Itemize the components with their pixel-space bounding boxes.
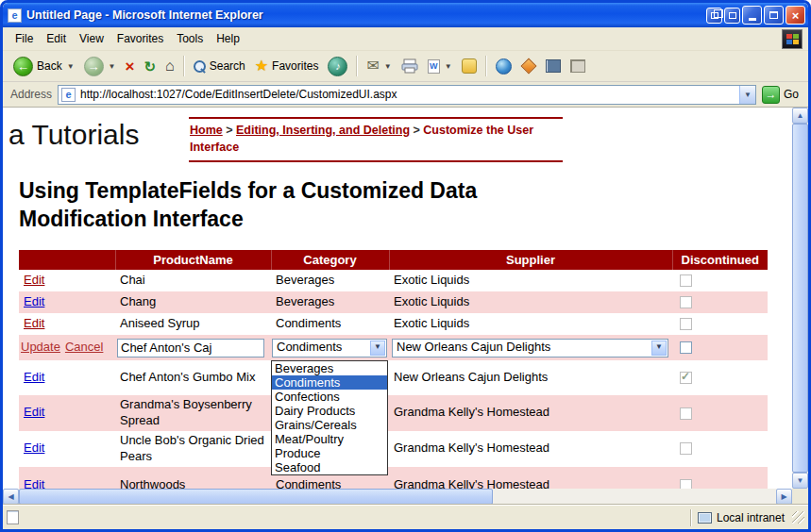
category-option[interactable]: Meat/Poultry [272, 432, 387, 446]
chevron-down-icon[interactable]: ▼ [370, 341, 385, 356]
category-option[interactable]: Produce [272, 446, 387, 460]
table-row: Edit Chang Beverages Exotic Liquids [19, 291, 768, 313]
titlebar-extra-button-2[interactable] [724, 8, 740, 24]
print-button[interactable] [397, 57, 423, 75]
scroll-up-button[interactable]: ▲ [792, 108, 808, 124]
go-label: Go [784, 88, 799, 101]
header-category: Category [271, 250, 389, 270]
minimize-button[interactable] [742, 6, 762, 25]
discontinued-checkbox [680, 479, 692, 489]
minimize-icon [749, 18, 756, 21]
edit-link[interactable]: Edit [24, 370, 44, 384]
category-option[interactable]: Seafood [272, 460, 387, 474]
update-link[interactable]: Update [21, 340, 60, 354]
refresh-button[interactable]: ↻ [139, 58, 161, 75]
back-button[interactable]: ← Back ▼ [8, 55, 79, 78]
table-row: Edit Aniseed Syrup Condiments Exotic Liq… [19, 313, 768, 335]
table-row: Edit Grandma's Boysenberry Spread Grandm… [19, 395, 768, 431]
vertical-scrollbar[interactable]: ▲ ▼ [792, 108, 808, 489]
edit-link[interactable]: Edit [24, 294, 44, 308]
breadcrumb: Home > Editing, Inserting, and Deleting … [189, 117, 563, 162]
category-option[interactable]: Beverages [272, 361, 387, 375]
titlebar[interactable]: e Untitled Page - Microsoft Internet Exp… [3, 3, 808, 27]
product-name-input[interactable] [117, 339, 264, 357]
addon-button-3[interactable] [541, 58, 566, 75]
titlebar-extra-button-1[interactable] [706, 8, 722, 24]
supplier-cell: Grandma Kelly's Homestead [389, 467, 672, 489]
table-row: Edit Uncle Bob's Organic Dried Pears Gra… [19, 431, 768, 467]
menu-favorites[interactable]: Favorites [110, 29, 170, 48]
menu-view[interactable]: View [73, 29, 110, 48]
chevron-down-icon[interactable]: ▼ [651, 341, 667, 356]
address-dropdown-button[interactable]: ▼ [739, 86, 755, 104]
discuss-icon [462, 58, 477, 74]
discontinued-checkbox-editable[interactable] [680, 341, 692, 354]
mail-dropdown-icon: ▼ [384, 62, 392, 71]
breadcrumb-home-link[interactable]: Home [190, 124, 223, 137]
scroll-right-button[interactable]: ▶ [776, 489, 792, 505]
resize-grip[interactable] [792, 511, 804, 524]
supplier-select[interactable]: New Orleans Cajun Delights ▼ [392, 339, 668, 357]
building-icon [546, 59, 561, 73]
stop-button[interactable]: × [121, 57, 140, 76]
discuss-button[interactable] [457, 57, 482, 75]
addon-button-4[interactable] [566, 58, 590, 75]
forward-button[interactable]: → ▼ [79, 55, 121, 78]
scroll-left-button[interactable]: ◀ [3, 489, 19, 505]
favorites-star-icon: ★ [255, 58, 268, 74]
category-cell: Beverages [271, 291, 389, 313]
home-icon: ⌂ [165, 58, 175, 74]
maximize-button[interactable] [764, 6, 784, 25]
address-url[interactable]: http://localhost:1027/Code/EditInsertDel… [80, 88, 739, 101]
addon-button-1[interactable] [491, 57, 516, 76]
edit-with-word-button[interactable]: W ▼ [423, 58, 457, 75]
media-button[interactable]: ♪ [323, 55, 352, 78]
menu-file[interactable]: File [8, 29, 40, 48]
edit-link[interactable]: Edit [24, 441, 44, 455]
scroll-down-button[interactable]: ▼ [792, 473, 808, 489]
product-cell: Aniseed Syrup [115, 313, 271, 335]
back-label: Back [37, 59, 62, 73]
supplier-cell: Exotic Liquids [389, 270, 672, 291]
breadcrumb-section-link[interactable]: Editing, Inserting, and Deleting [236, 124, 410, 137]
product-cell: Grandma's Boysenberry Spread [115, 395, 271, 431]
document-icon [7, 510, 19, 524]
horizontal-scrollbar-thumb[interactable] [19, 489, 493, 505]
discontinued-checkbox [680, 274, 692, 287]
address-field[interactable]: e http://localhost:1027/Code/EditInsertD… [58, 85, 756, 105]
menu-tools[interactable]: Tools [170, 29, 210, 48]
back-dropdown-icon: ▼ [67, 62, 75, 71]
edit-link[interactable]: Edit [24, 273, 44, 287]
forward-icon: → [84, 57, 104, 76]
edit-link[interactable]: Edit [24, 316, 44, 330]
close-button[interactable]: × [786, 6, 805, 25]
table-row: Edit Chef Anton's Gumbo Mix New Orleans … [19, 360, 768, 395]
browser-window: e Untitled Page - Microsoft Internet Exp… [0, 0, 811, 532]
category-option[interactable]: Confections [272, 390, 387, 404]
refresh-icon: ↻ [144, 59, 156, 74]
edit-link[interactable]: Edit [24, 405, 44, 419]
vertical-scrollbar-thumb[interactable] [792, 124, 808, 473]
cancel-link[interactable]: Cancel [65, 340, 103, 354]
toolbar-separator [485, 56, 487, 76]
home-button[interactable]: ⌂ [161, 57, 179, 75]
menu-edit[interactable]: Edit [40, 29, 73, 48]
edit-link[interactable]: Edit [24, 477, 44, 489]
category-selected-value: Condiments [277, 340, 342, 356]
status-divider [690, 509, 692, 526]
category-option-selected[interactable]: Condiments [272, 375, 387, 390]
go-button[interactable]: → Go [756, 86, 804, 104]
addon-button-2[interactable] [516, 57, 541, 75]
discontinued-checkbox [680, 407, 692, 420]
product-cell: Chef Anton's Gumbo Mix [115, 360, 271, 395]
favorites-button[interactable]: ★ Favorites [250, 57, 324, 75]
mail-button[interactable]: ✉ ▼ [362, 57, 396, 75]
category-option[interactable]: Grains/Cereals [272, 418, 387, 432]
scrollbar-corner [792, 489, 808, 505]
category-option[interactable]: Dairy Products [272, 404, 387, 418]
horizontal-scrollbar[interactable]: ◀ ▶ [3, 489, 792, 505]
search-button[interactable]: Search [189, 58, 250, 75]
menu-help[interactable]: Help [210, 29, 246, 48]
category-select[interactable]: Condiments ▼ [272, 339, 387, 357]
supplier-cell: Grandma Kelly's Homestead [389, 395, 672, 431]
